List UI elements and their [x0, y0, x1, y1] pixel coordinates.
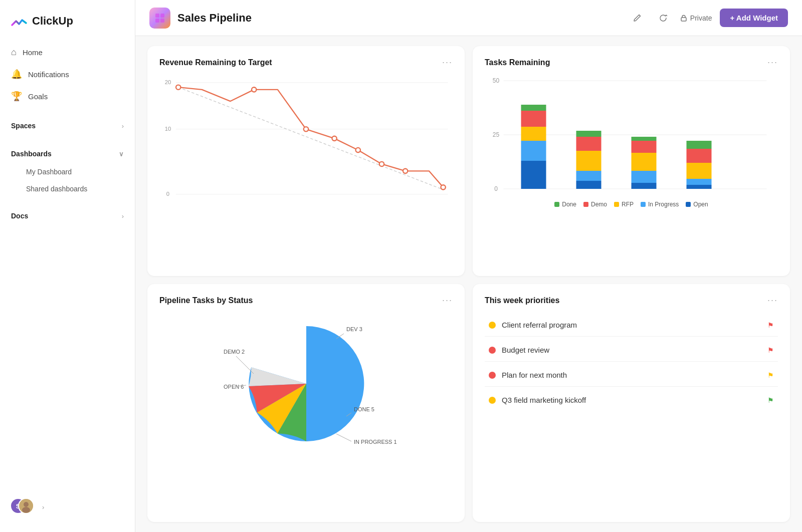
refresh-icon [658, 13, 668, 23]
page-title: Sales Pipeline [177, 12, 621, 25]
avatar2-img [19, 499, 33, 513]
svg-rect-43 [632, 153, 657, 171]
svg-rect-32 [521, 111, 546, 127]
sidebar-item-notifications[interactable]: 🔔 Notifications [4, 64, 131, 85]
logo-text: ClickUp [32, 15, 73, 28]
svg-rect-6 [160, 19, 164, 23]
bar-chart-legend: Done Demo RFP In Progress Open [485, 201, 778, 208]
svg-line-57 [236, 356, 254, 374]
priority-dot-4 [489, 397, 496, 404]
avatar-user2 [18, 498, 34, 514]
pie-chart-svg: DEV 3 DONE 5 IN PROGRESS 18 OPEN 6 DEMO … [216, 314, 396, 454]
dashboards-label: Dashboards [11, 150, 113, 158]
pie-open [249, 367, 306, 386]
svg-rect-37 [576, 151, 602, 171]
svg-rect-45 [632, 137, 657, 141]
refresh-button[interactable] [654, 9, 672, 27]
topbar-dashboard-icon [149, 8, 170, 29]
topbar: Sales Pipeline Private [135, 0, 802, 36]
tasks-chart-svg: 50 25 0 [485, 76, 778, 196]
priority-flag-1: ⚑ [767, 321, 774, 329]
sidebar-footer: S › [0, 490, 135, 524]
priority-dot-1 [489, 322, 496, 329]
svg-rect-7 [681, 18, 686, 21]
priority-name-2: Budget review [502, 346, 761, 354]
svg-rect-42 [632, 171, 657, 183]
svg-point-19 [356, 148, 360, 152]
sidebar-item-spaces[interactable]: Spaces › [4, 117, 131, 135]
dashboard-grid: Revenue Remaining to Target ··· 20 10 0 [135, 36, 802, 532]
sidebar: ClickUp ⌂ Home 🔔 Notifications 🏆 Goals S… [0, 0, 135, 532]
legend-rfp-label: RFP [622, 201, 634, 208]
topbar-actions: Private + Add Widget [628, 9, 788, 27]
private-label: Private [690, 14, 712, 22]
revenue-chart-svg: 20 10 0 [159, 76, 453, 206]
legend-inprogress-label: In Progress [648, 201, 679, 208]
priority-name-3: Plan for next month [502, 371, 761, 379]
svg-rect-4 [160, 14, 164, 18]
svg-point-21 [403, 169, 408, 173]
spaces-label: Spaces [11, 122, 116, 130]
priorities-widget-header: This week priorities ··· [485, 295, 778, 306]
revenue-widget-header: Revenue Remaining to Target ··· [159, 57, 453, 68]
svg-text:20: 20 [165, 79, 171, 85]
logo-area: ClickUp [0, 8, 135, 42]
svg-point-16 [252, 87, 256, 92]
notifications-icon: 🔔 [11, 69, 22, 80]
sidebar-item-home[interactable]: ⌂ Home [4, 42, 131, 63]
bar-4 [687, 141, 712, 189]
demo-color-dot [583, 202, 588, 207]
svg-point-15 [176, 85, 180, 90]
priority-item-2: Budget review ⚑ [485, 339, 778, 362]
edit-button[interactable] [628, 9, 646, 27]
footer-chevron-icon[interactable]: › [42, 503, 44, 511]
pipeline-widget-menu[interactable]: ··· [442, 295, 453, 306]
priorities-widget-menu[interactable]: ··· [767, 295, 778, 306]
svg-rect-30 [521, 141, 546, 161]
bar-2 [576, 131, 602, 189]
revenue-chart: 20 10 0 [159, 76, 453, 206]
sidebar-item-shared-dashboards[interactable]: Shared dashboards [4, 181, 131, 197]
open-color-dot [686, 202, 691, 207]
main-content: Sales Pipeline Private [135, 0, 802, 532]
pie-label-done: DONE 5 [354, 406, 374, 412]
pie-label-open: OPEN 6 [224, 384, 244, 390]
svg-rect-38 [576, 137, 602, 151]
priority-flag-3: ⚑ [767, 371, 774, 379]
add-widget-button[interactable]: + Add Widget [720, 9, 788, 27]
done-color-dot [554, 202, 559, 207]
svg-point-2 [22, 507, 30, 513]
inprogress-color-dot [641, 202, 646, 207]
tasks-widget-menu[interactable]: ··· [767, 57, 778, 68]
svg-rect-44 [632, 141, 657, 153]
pipeline-chart: DEV 3 DONE 5 IN PROGRESS 18 OPEN 6 DEMO … [159, 314, 453, 454]
svg-rect-3 [155, 14, 159, 18]
pie-label-inprogress: IN PROGRESS 18 [354, 439, 396, 445]
priorities-widget-title: This week priorities [485, 296, 559, 305]
priority-item-3: Plan for next month ⚑ [485, 364, 778, 387]
sidebar-item-dashboards[interactable]: Dashboards ∨ [4, 145, 131, 163]
sidebar-item-docs[interactable]: Docs › [4, 207, 131, 225]
revenue-widget-title: Revenue Remaining to Target [159, 58, 272, 67]
svg-point-1 [24, 502, 29, 507]
tasks-widget-title: Tasks Remaining [485, 58, 550, 67]
legend-done-label: Done [562, 201, 576, 208]
sidebar-item-my-dashboard[interactable]: My Dashboard [4, 164, 131, 180]
svg-text:0: 0 [166, 191, 169, 197]
svg-point-17 [304, 127, 308, 131]
svg-rect-51 [687, 141, 712, 149]
svg-point-20 [379, 162, 384, 166]
sidebar-item-goals[interactable]: 🏆 Goals [4, 86, 131, 107]
lock-icon [680, 15, 687, 22]
legend-open: Open [686, 201, 708, 208]
pipeline-widget-title: Pipeline Tasks by Status [159, 296, 253, 305]
svg-rect-48 [687, 179, 712, 185]
priorities-widget: This week priorities ··· Client referral… [473, 284, 790, 522]
avatar-group: S [10, 498, 36, 516]
pencil-icon [633, 14, 642, 23]
priority-flag-4: ⚑ [767, 396, 774, 404]
revenue-widget-menu[interactable]: ··· [442, 57, 453, 68]
shared-dashboards-label: Shared dashboards [26, 185, 87, 193]
svg-rect-47 [687, 185, 712, 189]
svg-rect-5 [155, 19, 159, 23]
